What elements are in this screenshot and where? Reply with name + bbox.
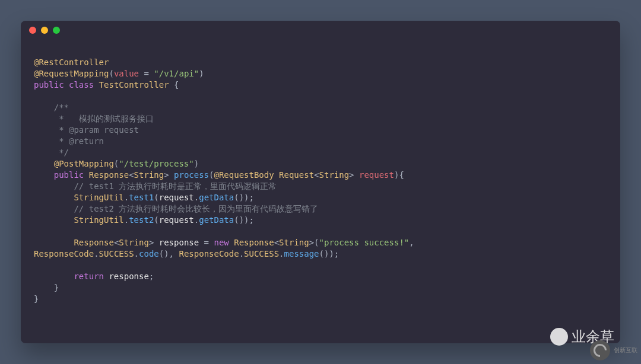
punct: ( [209,170,214,180]
punct: > [164,170,174,180]
keyword: return [34,272,104,281]
comment: * @return [34,136,104,146]
punct: . [124,193,129,202]
punct: , [409,238,419,247]
minimize-icon[interactable] [41,27,48,34]
punct: . [279,249,284,258]
variable: response [104,272,149,281]
comment: // test2 方法执行时耗时会比较长，因为里面有代码故意写错了 [34,204,318,213]
punct: < [274,238,279,247]
punct: ; [149,272,154,281]
string: "process success!" [319,238,410,247]
punct: . [194,193,199,202]
attr-name: value [114,69,139,78]
punct: . [134,249,139,258]
punct: ){ [394,170,404,180]
punct: > [149,238,159,247]
class-name: StringUtil [74,193,123,202]
punct: . [124,215,129,225]
keyword: new [214,238,229,247]
method: getData [199,215,234,225]
brace: { [169,80,179,90]
type: String [319,170,350,180]
type: Response [229,238,274,247]
comment: */ [34,148,69,157]
code-window: @RestController @RequestMapping(value = … [21,21,620,343]
type: String [134,170,164,180]
method: process [174,170,209,180]
indent [34,193,74,202]
string: "/v1/api" [154,69,199,78]
brace: } [34,283,59,292]
punct: = [139,69,154,78]
close-icon[interactable] [29,27,36,34]
brand-logo-icon [590,340,610,360]
brand-logo-text: 创新互联 [614,346,637,355]
class-name: ResponseCode [34,249,94,258]
punct: ) [194,159,199,168]
punct: > [349,170,359,180]
keyword: public [34,80,64,90]
comment: * 模拟的测试服务接口 [34,114,154,123]
comment: /** [34,103,69,112]
punct: < [314,170,319,180]
annotation: @RestController [34,58,109,67]
param: request [359,170,394,180]
class-name: ResponseCode [179,249,239,258]
punct: < [129,170,134,180]
brace: } [34,294,39,304]
punct: ()); [234,193,254,202]
class-name: TestController [99,80,169,90]
type: Response [89,170,129,180]
punct: . [194,215,199,225]
punct: (), [159,249,179,258]
punct: ()); [319,249,339,258]
method: test1 [129,193,154,202]
annotation: @RequestMapping [34,69,109,78]
class-name: StringUtil [74,215,123,225]
punct: . [239,249,244,258]
annotation: @PostMapping [34,159,114,168]
keyword: class [69,80,94,90]
punct: ( [314,238,319,247]
punct: ) [199,69,204,78]
method: code [139,249,159,258]
constant: SUCCESS [244,249,279,258]
code-block: @RestController @RequestMapping(value = … [21,40,620,311]
punct: > [309,238,314,247]
string: "/test/process" [119,159,193,168]
comment: * @param request [34,125,139,135]
type: Response [74,238,113,247]
method: message [284,249,319,258]
type: String [119,238,149,247]
indent [34,238,74,247]
variable: request [159,215,194,225]
variable: request [159,193,194,202]
punct: ( [109,69,113,78]
type: Request [274,170,314,180]
window-titlebar [21,21,620,40]
punct: = [199,238,214,247]
keyword: public [34,170,84,180]
punct: ( [154,215,158,225]
punct: ( [154,193,158,202]
annotation: @RequestBody [214,170,274,180]
maximize-icon[interactable] [53,27,60,34]
punct: ()); [234,215,254,225]
type: String [279,238,309,247]
comment: // test1 方法执行时耗时是正常，里面代码逻辑正常 [34,181,277,191]
indent [34,215,74,225]
brand-logo: 创新互联 [590,340,637,360]
constant: SUCCESS [99,249,134,258]
method: test2 [129,215,154,225]
method: getData [199,193,234,202]
punct: . [94,249,99,258]
variable: response [159,238,199,247]
wechat-icon [550,328,568,346]
